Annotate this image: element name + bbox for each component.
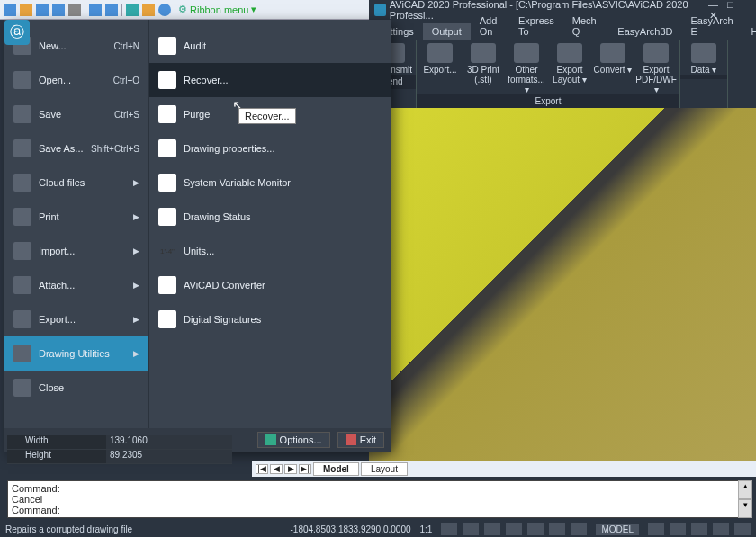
exit-button[interactable]: Exit (338, 432, 384, 448)
ribbon-tab-strip: SettingsOutputAdd-OnExpress ToMech-QEasy… (369, 20, 756, 40)
maximize-button[interactable]: □ (723, 0, 737, 10)
options-button[interactable]: Options... (257, 432, 330, 448)
ribbon-tab-output[interactable]: Output (423, 23, 471, 40)
qat-tools-icon[interactable] (142, 4, 155, 16)
ortho-toggle-icon[interactable] (484, 523, 500, 535)
grid-toggle-icon[interactable] (463, 523, 479, 535)
ribbon-tab-add-on[interactable]: Add-On (471, 13, 509, 40)
submenu-item-system-variable-monitor[interactable]: System Variable Monitor (149, 166, 392, 200)
menu-item-label: Import... (39, 246, 75, 256)
extra-toggle-2-icon[interactable] (670, 523, 686, 535)
submenu-item-digital-signatures[interactable]: Digital Signatures (149, 302, 392, 336)
submenu-item-audit[interactable]: Audit (149, 29, 392, 63)
menu-item-attach-[interactable]: Attach...▶ (4, 268, 148, 302)
ribbon-button-other-formats-[interactable]: Other formats... ▾ (507, 43, 546, 94)
extra-toggle-4-icon[interactable] (713, 523, 729, 535)
qat-open-icon[interactable] (20, 4, 32, 16)
ribbon-group: Export...3D Print (.stl)Other formats...… (417, 40, 680, 108)
submenu-item-drawing-status[interactable]: Drawing Status (149, 200, 392, 234)
menu-item-drawing-utilities[interactable]: Drawing Utilities▶ (4, 336, 148, 371)
ribbon-tab-express-to[interactable]: Express To (509, 13, 563, 40)
submenu-item-units-[interactable]: 1'-4"Units... (149, 234, 392, 268)
submenu-item-icon: 1'-4" (158, 242, 176, 260)
lwt-toggle-icon[interactable] (571, 523, 587, 535)
ribbon-tab-mech-q[interactable]: Mech-Q (563, 13, 609, 40)
command-line-entry: Command: (12, 483, 748, 494)
scroll-down-button[interactable]: ▾ (738, 499, 752, 518)
otrack-toggle-icon[interactable] (549, 523, 565, 535)
menu-item-label: Drawing Utilities (39, 348, 110, 359)
tab-nav-button[interactable]: ◀ (270, 464, 283, 474)
qat-undo-icon[interactable] (89, 4, 102, 16)
qat-print-icon[interactable] (68, 4, 81, 16)
tab-nav-button[interactable]: ▶| (299, 464, 311, 474)
ribbon-tab-help[interactable]: Help (742, 23, 756, 40)
ribbon-button-icon (514, 43, 539, 63)
submenu-item-icon (158, 37, 176, 55)
submenu-item-avicad-converter[interactable]: AViCAD Converter (149, 268, 392, 302)
app-menu-submenu-column: AuditRecover...PurgeDrawing properties..… (148, 20, 392, 452)
ribbon-button-data-[interactable]: Data ▾ (684, 43, 724, 75)
ribbon-button-export-pdf-dwf-[interactable]: Export PDF/DWF ▾ (636, 43, 676, 94)
menu-item-icon (14, 345, 32, 362)
submenu-arrow-icon: ▶ (133, 212, 140, 221)
menu-item-label: Attach... (39, 280, 75, 291)
ribbon-button-convert-[interactable]: Convert ▾ (593, 43, 633, 94)
scroll-up-button[interactable]: ▴ (738, 480, 752, 499)
menu-item-icon (14, 139, 32, 157)
tab-nav-button[interactable]: ▶ (284, 464, 297, 474)
menu-item-cloud-files[interactable]: Cloud files▶ (4, 166, 148, 200)
command-scrollbar[interactable]: ▴ ▾ (738, 480, 752, 518)
ribbon-button-3d-print-stl-[interactable]: 3D Print (.stl) (464, 43, 503, 94)
properties-panel: Width139.1060Height89.2305 (7, 435, 232, 464)
ribbon-button-export-[interactable]: Export... (420, 43, 460, 94)
menu-item-print[interactable]: Print▶ (4, 200, 148, 234)
extra-toggle-1-icon[interactable] (648, 523, 664, 535)
polar-toggle-icon[interactable] (506, 523, 522, 535)
command-line[interactable]: Command:CancelCommand: (7, 480, 752, 518)
application-menu-button[interactable]: ⓐ (4, 20, 30, 45)
qat-new-icon[interactable] (4, 4, 16, 16)
ribbon-tab-easyarch-e[interactable]: EasyArch E (681, 13, 742, 40)
qat-saveall-icon[interactable] (52, 4, 65, 16)
menu-item-open-[interactable]: Open...Ctrl+O (4, 63, 148, 97)
ribbon-button-export-layout-[interactable]: Export Layout ▾ (550, 43, 590, 94)
menu-item-shortcut: Shift+Ctrl+S (91, 144, 140, 154)
menu-item-label: Print (39, 211, 59, 222)
tab-nav-button[interactable]: |◀ (256, 464, 268, 474)
submenu-item-drawing-properties-[interactable]: Drawing properties... (149, 131, 392, 166)
submenu-item-label: Drawing properties... (184, 143, 275, 154)
extra-toggle-5-icon[interactable] (734, 523, 751, 535)
snap-toggle-icon[interactable] (441, 523, 457, 535)
model-indicator[interactable]: MODEL (596, 524, 639, 535)
extra-toggle-3-icon[interactable] (691, 523, 707, 535)
ribbon-menu-dropdown[interactable]: ⚙ Ribbon menu ▾ (178, 4, 256, 15)
tooltip: Recover... (238, 108, 296, 124)
sheet-tab-layout[interactable]: Layout (361, 462, 408, 476)
ribbon-button-label: Export PDF/DWF ▾ (635, 65, 677, 94)
property-value[interactable]: 139.1060 (106, 435, 232, 449)
menu-item-export-[interactable]: Export...▶ (4, 302, 148, 336)
qat-redo-icon[interactable] (105, 4, 118, 16)
submenu-item-recover-[interactable]: Recover... (149, 63, 392, 97)
menu-item-close[interactable]: Close (4, 371, 148, 405)
qat-save-icon[interactable] (36, 4, 49, 16)
osnap-toggle-icon[interactable] (527, 523, 544, 535)
submenu-item-label: System Variable Monitor (184, 177, 291, 188)
ribbon-group-label (680, 75, 727, 79)
minimize-button[interactable]: — (706, 0, 720, 10)
qat-help-icon[interactable] (158, 4, 171, 16)
property-value[interactable]: 89.2305 (106, 450, 232, 463)
menu-item-icon (14, 310, 32, 328)
menu-item-import-[interactable]: Import...▶ (4, 234, 148, 268)
ribbon-tab-easyarch3d[interactable]: EasyArch3D (608, 23, 681, 40)
menu-item-save[interactable]: SaveCtrl+S (4, 97, 148, 131)
drawing-canvas[interactable] (369, 108, 756, 461)
scale-readout[interactable]: 1:1 (420, 524, 433, 534)
property-label: Width (7, 435, 106, 449)
menu-item-save-as-[interactable]: Save As...Shift+Ctrl+S (4, 131, 148, 166)
separator (85, 4, 86, 16)
qat-reload-icon[interactable] (126, 4, 139, 16)
menu-item-icon (14, 174, 32, 192)
sheet-tab-model[interactable]: Model (313, 462, 359, 476)
